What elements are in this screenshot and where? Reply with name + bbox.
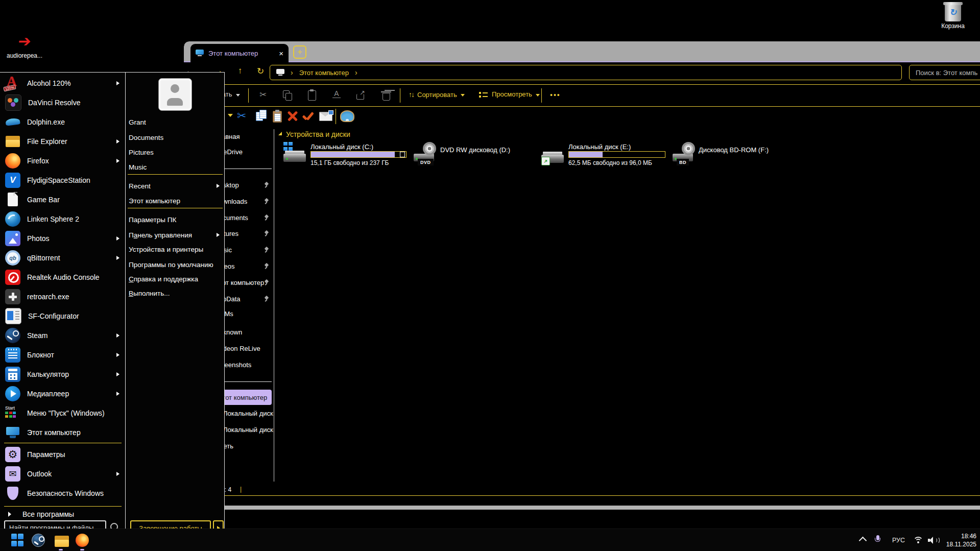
steam-icon [5, 328, 20, 343]
menu-item-photos[interactable]: Photos [0, 229, 124, 248]
more-options-button[interactable]: ••• [550, 91, 561, 99]
view-button[interactable]: Просмотреть [479, 90, 540, 98]
menu-item-pc-settings[interactable]: Параметры ПК [129, 214, 224, 225]
classic-copy-icon[interactable] [255, 110, 269, 123]
menu-item-qbittorrent[interactable]: qbqBittorrent [0, 248, 124, 268]
menu-item-game-bar[interactable]: Game Bar [0, 190, 124, 209]
menu-item-recent[interactable]: Recent [129, 180, 224, 191]
refresh-icon[interactable] [254, 66, 267, 77]
up-icon[interactable] [234, 66, 246, 76]
classic-toolbar [184, 107, 980, 127]
pin-icon [264, 296, 270, 302]
menu-item-outlook[interactable]: Outlook [0, 464, 124, 484]
taskbar-explorer-icon[interactable] [54, 534, 67, 547]
menu-item-firefox[interactable]: Firefox [0, 151, 124, 171]
menu-item-user[interactable]: Grant [129, 116, 224, 128]
all-programs-button[interactable]: Все программы [0, 508, 124, 520]
menu-item-realtek[interactable]: Realtek Audio Console [0, 268, 124, 287]
menu-item-documents[interactable]: Documents [129, 132, 224, 143]
submenu-arrow-icon [116, 353, 119, 357]
speaker-icon[interactable] [928, 537, 938, 544]
start-button[interactable] [11, 534, 25, 547]
wifi-icon[interactable] [913, 537, 923, 544]
pin-icon [264, 279, 270, 285]
menu-item-davinci[interactable]: DaVinci Resolve [0, 93, 124, 112]
paste-icon[interactable] [306, 89, 318, 102]
shutdown-options-arrow[interactable] [213, 520, 224, 529]
menu-item-settings[interactable]: Параметры [0, 445, 124, 464]
menu-item-default-programs[interactable]: Программы по умолчанию [129, 259, 224, 270]
language-indicator[interactable]: РУС [892, 537, 905, 544]
gear-icon [5, 447, 20, 462]
mail-icon[interactable] [319, 112, 332, 121]
pin-icon [264, 198, 270, 204]
menu-item-this-pc[interactable]: Этот компьютер [0, 423, 124, 442]
menu-item-help-support[interactable]: Справка и поддержка [129, 273, 224, 284]
submenu-arrow-icon [116, 159, 119, 163]
shortcut-arrow-icon [541, 157, 550, 165]
desktop-shortcut-audiorepeater[interactable]: audiorepea... [1, 33, 48, 59]
menu-item-music[interactable]: Music [129, 161, 224, 173]
section-header-devices[interactable]: Устройства и диски [278, 130, 350, 138]
menu-item-alcohol[interactable]: A120%Alcohol 120% [0, 74, 124, 93]
delete-icon[interactable] [380, 89, 392, 102]
divider [128, 208, 223, 208]
classic-cut-icon[interactable] [237, 110, 250, 123]
tab-close-icon[interactable]: × [279, 50, 283, 57]
sort-button[interactable]: Сортировать [409, 90, 465, 99]
pin-icon [264, 247, 270, 253]
menu-item-windows-security[interactable]: Безопасность Windows [0, 484, 124, 503]
shell-icon[interactable] [340, 110, 354, 122]
menu-item-retroarch[interactable]: retroarch.exe [0, 287, 124, 306]
tray-chevron-up-icon[interactable] [859, 537, 867, 545]
menu-item-calculator[interactable]: Калькулятор [0, 365, 124, 384]
taskbar-firefox-icon[interactable] [76, 534, 89, 547]
submenu-arrow-icon [116, 139, 119, 143]
menu-item-flydigi[interactable]: VFlydigiSpaceStation [0, 171, 124, 190]
pin-icon [264, 263, 270, 269]
menu-item-notepad[interactable]: Блокнот [0, 345, 124, 365]
divider [541, 88, 542, 103]
folder-icon [5, 134, 20, 149]
new-tab-button[interactable]: + [293, 45, 306, 59]
share-icon[interactable] [355, 89, 367, 102]
search-input[interactable]: Поиск в: Этот компь [909, 65, 980, 80]
address-bar[interactable]: Этот компьютер [270, 65, 902, 80]
dropdown-caret-icon[interactable] [228, 114, 233, 117]
user-avatar[interactable] [158, 78, 192, 111]
menu-item-dolphin[interactable]: Dolphin.exe [0, 112, 124, 132]
collapse-triangle-icon [278, 132, 282, 135]
menu-item-linken-sphere[interactable]: Linken Sphere 2 [0, 209, 124, 229]
delete-x-icon[interactable] [286, 110, 299, 123]
recycle-bin[interactable]: Корзина [931, 3, 974, 30]
cut-icon[interactable] [257, 89, 269, 102]
classic-paste-icon[interactable] [272, 110, 285, 123]
menu-item-start-menu-windows[interactable]: StartМеню "Пуск" (Windows) [0, 403, 124, 423]
menu-item-steam[interactable]: Steam [0, 326, 124, 345]
checkmark-icon[interactable] [302, 110, 315, 123]
tab-this-pc[interactable]: Этот компьютер × [190, 44, 289, 62]
retroarch-icon [5, 289, 20, 304]
window-bottom-edge [184, 506, 980, 510]
start-search-input[interactable]: Найти программы и файлы [4, 520, 106, 529]
free-space-box [400, 152, 405, 157]
linken-sphere-icon [5, 211, 20, 227]
menu-item-sf-configurator[interactable]: SF-Configurator [0, 306, 124, 326]
taskbar-steam-icon[interactable] [32, 534, 45, 547]
photos-icon [5, 231, 20, 246]
shutdown-button[interactable]: Завершение работы [130, 520, 211, 529]
menu-item-file-explorer[interactable]: File Explorer [0, 132, 124, 151]
menu-item-control-panel[interactable]: Панель управления [129, 229, 224, 241]
microphone-icon[interactable] [874, 535, 881, 545]
clock[interactable]: 18:46 18.11.2025 [938, 532, 976, 548]
menu-item-this-pc-right[interactable]: Этот компьютер [129, 195, 224, 206]
menu-item-pictures[interactable]: Pictures [129, 147, 224, 158]
copy-icon[interactable] [281, 89, 294, 102]
menu-item-run[interactable]: Выполнить... [129, 288, 224, 299]
chevron-right-icon [291, 68, 293, 77]
rename-icon[interactable] [330, 89, 343, 102]
menu-item-media-player[interactable]: Медиаплеер [0, 384, 124, 403]
breadcrumb[interactable]: Этот компьютер [299, 69, 349, 77]
submenu-arrow-icon [116, 333, 119, 338]
menu-item-devices-printers[interactable]: Устройства и принтеры [129, 244, 224, 255]
